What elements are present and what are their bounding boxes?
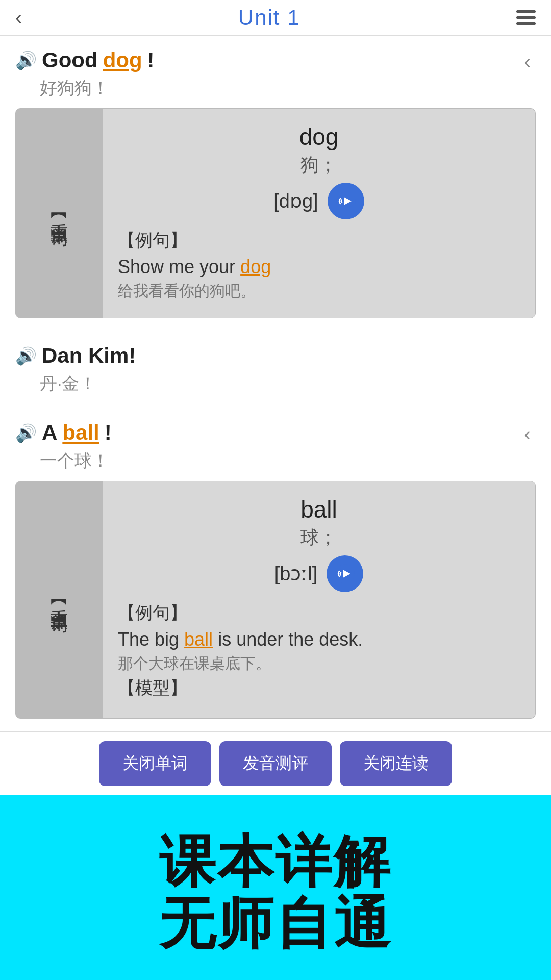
vocab-phonetic-dog: [dɒg]	[273, 190, 318, 212]
dankim-zh: 丹·金！	[40, 372, 536, 396]
section-dan-kim: 🔊 Dan Kim! 丹·金！	[0, 331, 551, 408]
back-button[interactable]: ‹	[15, 6, 22, 29]
vocab-example-zh-dog: 给我看看你的狗吧。	[118, 281, 520, 302]
section-a-ball: 🔊 A ball! 一个球！ ‹ 【重点单词】 ball 球； [bɔːl]	[0, 408, 551, 731]
collapse-button-good-dog[interactable]: ‹	[519, 48, 536, 76]
play-button-ball[interactable]	[327, 555, 363, 592]
vocab-zh-ball: 球；	[118, 525, 520, 550]
vocab-zh-dog: 狗；	[118, 153, 520, 178]
sentence-highlight-good-dog: dog	[103, 48, 142, 72]
vocab-label-ball: 【重点单词】	[16, 481, 103, 718]
app-header: ‹ Unit 1	[0, 0, 551, 36]
vocab-example-label-ball: 【例句】	[118, 601, 520, 625]
sentence-prefix-a-ball: A	[42, 421, 57, 445]
vocab-example-label-dog: 【例句】	[118, 229, 520, 252]
sound-icon-good-dog[interactable]: 🔊	[15, 50, 37, 70]
sentence-zh-good-dog: 好狗狗！	[40, 77, 155, 100]
vocab-phonetic-row-ball: [bɔːl]	[118, 555, 520, 592]
sentence-suffix-good-dog: !	[147, 48, 155, 72]
vocab-extra-label-ball: 【模型】	[118, 676, 520, 700]
sentence-row-good-dog: 🔊 Good dog! 好狗狗！ ‹	[0, 36, 551, 108]
section-good-dog: 🔊 Good dog! 好狗狗！ ‹ 【重点单词】 dog 狗； [dɒg]	[0, 36, 551, 331]
sentence-zh-a-ball: 一个球！	[40, 449, 112, 473]
vocab-phonetic-row-dog: [dɒg]	[118, 183, 520, 219]
sentence-left-a-ball: 🔊 A ball! 一个球！	[15, 421, 112, 473]
dankim-row: 🔊 Dan Kim! 丹·金！	[0, 331, 551, 408]
sentence-left-good-dog: 🔊 Good dog! 好狗狗！	[15, 48, 155, 100]
dankim-en: 🔊 Dan Kim!	[15, 344, 536, 368]
sentence-en-good-dog: 🔊 Good dog!	[15, 48, 155, 72]
vocab-card-ball: 【重点单词】 ball 球； [bɔːl] 【例句】 The big ball …	[15, 481, 536, 719]
sentence-en-a-ball: 🔊 A ball!	[15, 421, 112, 445]
sound-icon-dankim[interactable]: 🔊	[15, 346, 37, 366]
promo-banner: 课本详解 无师自通	[0, 795, 551, 980]
dankim-en-text: Dan Kim!	[42, 344, 136, 368]
sentence-suffix-a-ball: !	[105, 421, 112, 445]
sentence-prefix-good-dog: Good	[42, 48, 98, 72]
collapse-button-a-ball[interactable]: ‹	[519, 421, 536, 449]
vocab-example-en-ball: The big ball is under the desk.	[118, 629, 520, 650]
vocab-word-ball: ball	[118, 496, 520, 523]
bottom-bar: 关闭单词 发音测评 关闭连读	[0, 731, 551, 795]
vocab-card-dog: 【重点单词】 dog 狗； [dɒg] 【例句】 Show me yo	[15, 108, 536, 318]
vocab-content-dog: dog 狗； [dɒg] 【例句】 Show me your dog	[103, 109, 535, 318]
close-word-button[interactable]: 关闭单词	[99, 741, 211, 786]
menu-button[interactable]	[516, 10, 536, 25]
promo-line1: 课本详解	[159, 830, 392, 892]
vocab-example-zh-ball: 那个大球在课桌底下。	[118, 653, 520, 674]
promo-line2: 无师自通	[159, 892, 392, 954]
close-connected-reading-button[interactable]: 关闭连读	[340, 741, 452, 786]
vocab-content-ball: ball 球； [bɔːl] 【例句】 The big ball is unde…	[103, 481, 535, 718]
sentence-row-a-ball: 🔊 A ball! 一个球！ ‹	[0, 408, 551, 481]
sound-icon-a-ball[interactable]: 🔊	[15, 423, 37, 443]
vocab-phonetic-ball: [bɔːl]	[274, 562, 318, 585]
vocab-word-dog: dog	[118, 123, 520, 151]
pronunciation-test-button[interactable]: 发音测评	[219, 741, 332, 786]
sentence-highlight-a-ball: ball	[62, 421, 99, 445]
page-title: Unit 1	[238, 6, 300, 30]
vocab-label-dog: 【重点单词】	[16, 109, 103, 318]
play-button-dog[interactable]	[328, 183, 364, 219]
vocab-example-en-dog: Show me your dog	[118, 256, 520, 278]
